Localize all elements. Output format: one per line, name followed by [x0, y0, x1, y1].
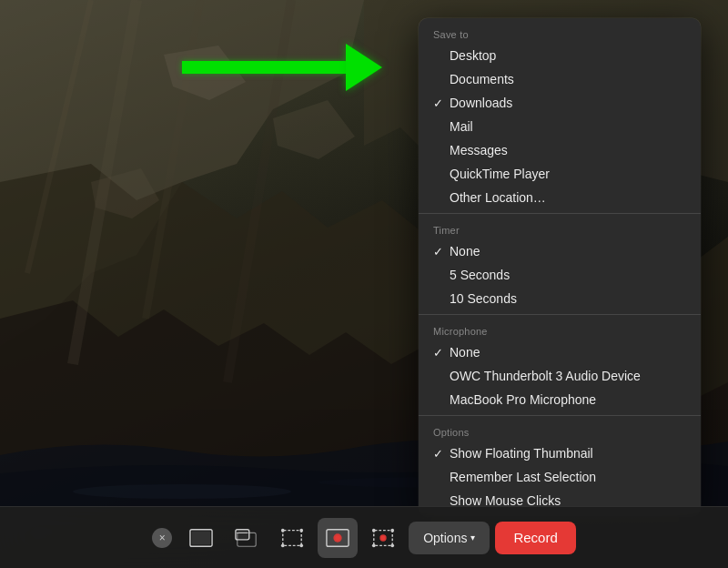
menu-item-macbook-mic[interactable]: MacBook Pro Microphone — [419, 388, 701, 411]
record-label: Record — [513, 530, 557, 545]
portion-record-icon — [371, 526, 395, 550]
menu-item-label: Show Floating Thumbnail — [450, 446, 686, 461]
menu-item-label: QuickTime Player — [450, 167, 686, 181]
record-portion-button[interactable] — [363, 518, 403, 558]
menu-item-messages[interactable]: Messages — [419, 138, 701, 162]
checkmark-icon: ✓ — [433, 96, 450, 110]
svg-point-13 — [281, 528, 285, 532]
record-screen-button[interactable] — [318, 518, 358, 558]
section-label-options: Options — [419, 420, 701, 441]
menu-item-mail[interactable]: Mail — [419, 115, 701, 138]
menu-item-label: Other Location… — [450, 190, 686, 205]
section-label-saveto: Save to — [419, 22, 701, 44]
divider-3 — [419, 415, 701, 416]
menu-item-none-timer[interactable]: ✓ None — [419, 239, 701, 263]
svg-point-15 — [281, 543, 285, 547]
toolbar: × — [0, 506, 728, 568]
capture-portion-button[interactable] — [272, 518, 312, 558]
close-icon: × — [159, 532, 166, 544]
window-icon — [235, 526, 258, 550]
menu-item-documents[interactable]: Documents — [419, 67, 701, 91]
menu-item-label: None — [450, 244, 686, 259]
divider-1 — [419, 213, 701, 214]
fullscreen-icon — [189, 526, 213, 550]
menu-item-label: OWC Thunderbolt 3 Audio Device — [450, 369, 686, 383]
checkmark-icon: ✓ — [433, 346, 450, 360]
menu-item-label: None — [450, 345, 686, 360]
selection-icon — [280, 526, 304, 550]
menu-item-label: Desktop — [450, 48, 686, 63]
svg-point-23 — [372, 543, 376, 547]
capture-fullscreen-button[interactable] — [181, 518, 221, 558]
svg-point-24 — [391, 543, 395, 547]
menu-item-other-location[interactable]: Other Location… — [419, 186, 701, 209]
menu-item-label: Messages — [450, 143, 686, 157]
svg-rect-10 — [237, 530, 248, 538]
menu-item-owc[interactable]: OWC Thunderbolt 3 Audio Device — [419, 364, 701, 388]
arrow-head — [346, 44, 382, 91]
menu-item-label: Documents — [450, 72, 686, 86]
svg-point-4 — [73, 484, 291, 499]
menu-item-remember-selection[interactable]: Remember Last Selection — [419, 465, 701, 489]
section-label-timer: Timer — [419, 218, 701, 239]
svg-point-19 — [335, 535, 340, 541]
menu-item-label: Remember Last Selection — [450, 470, 686, 484]
arrow-indicator — [182, 44, 382, 91]
checkmark-icon: ✓ — [433, 245, 450, 259]
menu-item-label: MacBook Pro Microphone — [450, 392, 686, 407]
screen-record-icon — [326, 526, 349, 550]
menu-item-label: 10 Seconds — [450, 291, 686, 306]
menu-item-desktop[interactable]: Desktop — [419, 44, 701, 67]
svg-point-14 — [300, 528, 304, 532]
menu-item-5sec[interactable]: 5 Seconds — [419, 263, 701, 287]
capture-window-button[interactable] — [227, 518, 267, 558]
context-menu: Save to Desktop Documents ✓ Downloads Ma… — [419, 18, 701, 516]
svg-rect-12 — [283, 530, 301, 545]
svg-point-21 — [372, 528, 376, 532]
menu-item-label: 5 Seconds — [450, 268, 686, 282]
menu-item-label: Downloads — [450, 96, 686, 110]
svg-point-16 — [300, 543, 304, 547]
record-button[interactable]: Record — [495, 522, 575, 554]
svg-rect-7 — [192, 531, 210, 544]
menu-item-quicktime[interactable]: QuickTime Player — [419, 162, 701, 186]
svg-point-22 — [391, 528, 395, 532]
chevron-down-icon: ▾ — [470, 532, 475, 543]
close-button[interactable]: × — [152, 528, 172, 548]
menu-item-10sec[interactable]: 10 Seconds — [419, 287, 701, 310]
svg-point-26 — [381, 535, 386, 540]
options-label: Options — [423, 531, 467, 545]
menu-item-floating-thumbnail[interactable]: ✓ Show Floating Thumbnail — [419, 441, 701, 465]
arrow-body — [182, 61, 346, 74]
menu-item-label: Mail — [450, 119, 686, 134]
menu-item-none-mic[interactable]: ✓ None — [419, 340, 701, 364]
checkmark-icon: ✓ — [433, 447, 450, 461]
section-label-microphone: Microphone — [419, 319, 701, 340]
options-button[interactable]: Options ▾ — [409, 522, 490, 554]
divider-2 — [419, 314, 701, 315]
menu-item-downloads[interactable]: ✓ Downloads — [419, 91, 701, 115]
